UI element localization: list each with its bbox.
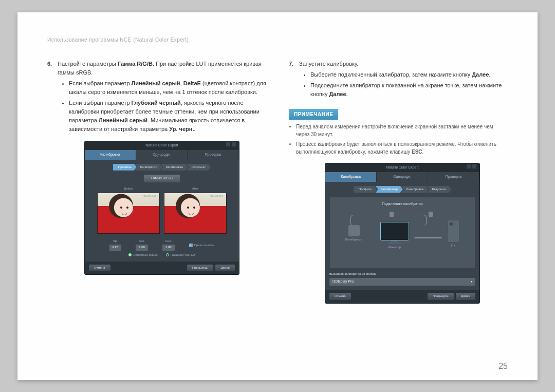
before-label: Before [124, 187, 133, 190]
usb-icon [429, 212, 433, 217]
text: Настройте параметры [58, 61, 118, 67]
cable-line [414, 237, 442, 238]
slider-red[interactable]: Кр. 2.20 [109, 239, 122, 251]
step-body: Запустите калибровку. Выберите подключен… [299, 60, 508, 101]
tab-calibration[interactable]: Калибровка [85, 150, 136, 160]
slider-label: Син. [162, 239, 175, 244]
tab-check[interactable]: Проверка [428, 172, 479, 182]
after-cell: After SAMSUNG [164, 186, 227, 234]
tab-calibration[interactable]: Калибровка [325, 172, 376, 182]
crumb-calibrator[interactable]: Калибратор [135, 164, 162, 171]
bold: Далее [329, 91, 346, 97]
app-screenshot-calibrator: Natural Color Expert Калибровка Однородн… [325, 163, 480, 303]
document-page: Использование программы NCE (Natural Col… [17, 12, 538, 380]
bold: Гамма R/G/B [118, 61, 153, 67]
node-label: Калибратор [345, 238, 362, 241]
bold: Далее [472, 71, 489, 78]
running-header: Использование программы NCE (Natural Col… [47, 37, 508, 43]
step-7: 7. Запустите калибровку. Выберите подклю… [289, 60, 508, 101]
next-button[interactable]: Далее [456, 293, 475, 300]
radio-linear-gray[interactable]: Линейный серый [128, 253, 157, 257]
wizard-footer: Отмена Предыдущ. Далее [85, 262, 239, 274]
cancel-button[interactable]: Отмена [89, 265, 110, 271]
samsung-logo: SAMSUNG [143, 195, 156, 199]
tab-check[interactable]: Проверка [188, 150, 238, 160]
cancel-button[interactable]: Отмена [329, 293, 351, 300]
bold: Глубокий черный [132, 100, 181, 106]
slider-value: 2.20 [109, 245, 122, 250]
gamma-sliders: Кр. 2.20 Зел. 1.00 Син. 1.00 [89, 239, 235, 251]
select-label: Выберите калибратор из списка. [329, 272, 475, 276]
bold: DeltaE [183, 80, 201, 86]
main-tabs: Калибровка Однородн. Проверка [325, 172, 479, 182]
bullet-list: Если выбран параметр Линейный серый, Del… [58, 79, 266, 134]
bold: Линейный серый [99, 117, 147, 123]
step-number: 6. [47, 60, 54, 275]
text: Если выбран параметр [69, 100, 132, 106]
help-icon[interactable] [472, 164, 476, 169]
app-body: Профиль Калибратор Калибровка Результат … [85, 160, 239, 262]
slider-green[interactable]: Зел. 1.00 [136, 239, 148, 251]
header-rule [47, 46, 508, 46]
text: . [489, 71, 490, 78]
next-button[interactable]: Далее [215, 265, 235, 271]
usb-icon [390, 212, 394, 217]
prev-button[interactable]: Предыдущ. [428, 293, 454, 300]
tab-uniformity[interactable]: Однородн. [136, 150, 187, 160]
tab-uniformity[interactable]: Однородн. [377, 172, 428, 182]
monitor-icon [380, 222, 409, 240]
pc-icon [447, 220, 459, 242]
crumb-profile[interactable]: Профиль [354, 186, 377, 193]
calibrator-node: Калибратор [345, 225, 362, 242]
radio-deep-black[interactable]: Глубокий черный [166, 253, 195, 257]
slider-label: Кр. [109, 239, 122, 244]
before-image: SAMSUNG [97, 193, 160, 234]
crumb-result[interactable]: Результат [427, 186, 451, 193]
calibrator-select[interactable]: i1Display Pro ▾ [329, 278, 475, 286]
before-after-wrap: Before SAMSUNG After [89, 186, 235, 234]
window-titlebar: Natural Color Expert [325, 163, 479, 172]
after-label: After [192, 187, 199, 190]
wizard-breadcrumb: Профиль Калибратор Калибровка Результат [89, 164, 235, 171]
chevron-down-icon: ▾ [471, 279, 472, 284]
node-label: ПК [451, 244, 455, 247]
diagram-title: Подключите калибратор [330, 201, 475, 207]
pc-node: ПК [447, 220, 459, 248]
crumb-calibration[interactable]: Калибровка [401, 186, 429, 193]
window-title: Natural Color Expert [145, 143, 178, 147]
text: Процесс калибровки будет выполняться в п… [296, 141, 496, 155]
note-badge: ПРИМЕЧАНИЕ [289, 109, 338, 120]
bold: ESC [412, 149, 422, 155]
crumb-calibration[interactable]: Калибровка [161, 164, 188, 171]
note-list: Перед началом измерения настройте включе… [289, 123, 508, 156]
node-label: Монитор [388, 246, 401, 249]
apply-all-checkbox[interactable]: Прим. ко всем [189, 240, 215, 251]
minimize-icon[interactable] [467, 164, 471, 169]
bullet: Выберите подключенный калибратор, затем … [310, 70, 508, 79]
window-titlebar: Natural Color Expert [85, 141, 239, 150]
connection-diagram: Подключите калибратор Калибратор Монитор [329, 197, 475, 269]
help-icon[interactable] [232, 142, 236, 146]
after-image: SAMSUNG [164, 193, 227, 234]
text: Запустите калибровку. [299, 61, 358, 67]
gamma-rgb-button[interactable]: Гамма R/G/B [144, 175, 180, 182]
crumb-calibrator[interactable]: Калибратор [376, 186, 403, 193]
minimize-icon[interactable] [226, 142, 230, 146]
prev-button[interactable]: Предыдущ. [187, 265, 214, 271]
bullet: Подсоедините калибратор к показанной на … [310, 81, 508, 99]
slider-blue[interactable]: Син. 1.00 [162, 239, 175, 251]
crumb-profile[interactable]: Профиль [113, 164, 137, 171]
note-item: Процесс калибровки будет выполняться в п… [296, 140, 508, 156]
left-column: 6. Настройте параметры Гамма R/G/B. При … [47, 60, 266, 304]
slider-value: 1.00 [136, 245, 148, 250]
app-screenshot-gamma: Natural Color Expert Калибровка Однородн… [84, 141, 239, 275]
text: Если выбран параметр [69, 80, 132, 86]
black-mode-radios: Линейный серый Глубокий черный [89, 253, 235, 257]
crumb-result[interactable]: Результат [187, 164, 211, 171]
monitor-node: Монитор [380, 222, 409, 250]
text: . [346, 91, 348, 97]
radio-icon [166, 253, 169, 256]
calibrator-icon [348, 225, 360, 236]
window-title: Natural Color Expert [386, 165, 418, 169]
select-value: i1Display Pro [332, 279, 354, 285]
